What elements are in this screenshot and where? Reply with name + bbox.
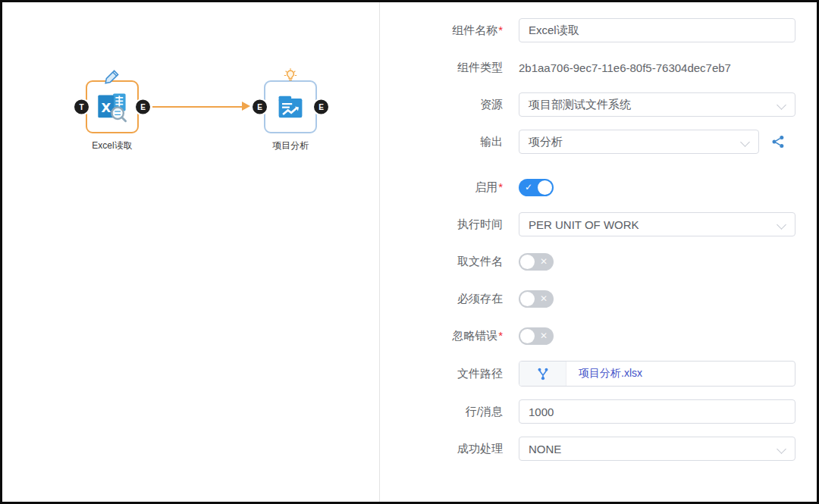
field-label: 成功处理 [457,442,503,455]
enable-toggle[interactable]: ✓ [519,179,554,196]
output-select[interactable]: 项分析 [519,130,759,154]
field-label: 启用 [475,180,497,193]
port-true[interactable]: T [73,99,90,116]
field-label: 取文件名 [457,255,503,268]
success-handling-select[interactable]: NONE [519,437,795,461]
check-icon: ✓ [525,179,532,196]
ignore-error-toggle[interactable]: ✕ [519,327,554,345]
exec-time-select-value: PER UNIT OF WORK [529,218,639,231]
chevron-down-icon [777,220,786,230]
success-handling-select-value: NONE [529,443,561,455]
component-name-input[interactable] [519,18,795,42]
row-success-handling: 成功处理 NONE [380,437,817,461]
file-path-field[interactable]: 项目分析.xlsx [519,361,795,387]
chevron-down-icon [777,100,786,110]
rows-per-message-input[interactable] [519,399,795,424]
chevron-down-icon [740,137,750,147]
flow-edge[interactable] [152,106,242,108]
field-label: 输出 [480,135,503,148]
chevron-down-icon [777,444,786,454]
node-excel-read[interactable]: X T E Excel读取 [86,80,139,133]
file-path-link[interactable]: 项目分析.xlsx [566,362,795,386]
row-output: 输出 项分析 [380,130,817,154]
toggle-knob [538,180,552,195]
properties-panel: 组件名称* 组件类型 2b1aa706-9ec7-11e6-80f5-76304… [380,2,817,502]
row-get-filename: 取文件名 ✕ [380,249,817,274]
resource-select[interactable]: 项目部测试文件系统 [519,92,795,117]
required-asterisk: * [498,23,503,36]
field-label: 执行时间 [457,218,503,230]
analysis-doc-icon [265,82,315,132]
field-label: 组件类型 [457,61,503,74]
excel-read-icon: X [87,82,137,132]
toggle-knob [520,292,535,306]
exec-time-select[interactable]: PER UNIT OF WORK [519,212,795,236]
flow-canvas[interactable]: X T E Excel读取 [2,2,380,502]
field-label: 忽略错误 [452,329,497,342]
row-enable: 启用* ✓ [380,175,817,199]
component-type-value: 2b1aa706-9ec7-11e6-80f5-76304dec7eb7 [519,61,731,74]
row-rows-per-message: 行/消息 [380,399,817,424]
field-label: 文件路径 [457,367,503,380]
share-icon[interactable] [770,134,786,149]
required-asterisk: * [498,180,503,193]
port-error[interactable]: E [251,99,268,116]
field-label: 行/消息 [466,405,503,418]
flow-edge-arrowhead [242,102,250,111]
row-file-path: 文件路径 项目分析.xlsx [380,361,817,387]
svg-text:X: X [101,101,111,115]
toggle-knob [520,255,535,269]
row-component-name: 组件名称* [380,18,817,42]
row-must-exist: 必须存在 ✕ [380,286,817,311]
row-exec-time: 执行时间 PER UNIT OF WORK [380,212,817,236]
get-filename-toggle[interactable]: ✕ [519,253,554,271]
node-project-analysis[interactable]: E E 项目分析 [264,80,317,133]
output-select-value: 项分析 [529,135,563,149]
node-label: 项目分析 [272,139,309,152]
cross-icon: ✕ [540,290,548,308]
must-exist-toggle[interactable]: ✕ [519,290,554,308]
required-asterisk: * [498,329,503,342]
row-component-type: 组件类型 2b1aa706-9ec7-11e6-80f5-76304dec7eb… [380,55,817,80]
port-error[interactable]: E [134,99,152,116]
field-label: 资源 [480,98,503,111]
port-error[interactable]: E [312,99,330,116]
cross-icon: ✕ [540,327,548,345]
toggle-knob [520,329,535,343]
row-resource: 资源 项目部测试文件系统 [380,92,817,117]
app-window: X T E Excel读取 [0,0,819,504]
branch-icon[interactable] [519,362,566,386]
cross-icon: ✕ [540,253,548,271]
field-label: 必须存在 [457,292,503,305]
row-ignore-error: 忽略错误* ✕ [380,324,817,348]
field-label: 组件名称 [452,23,497,36]
node-label: Excel读取 [92,139,132,152]
resource-select-value: 项目部测试文件系统 [529,98,631,112]
